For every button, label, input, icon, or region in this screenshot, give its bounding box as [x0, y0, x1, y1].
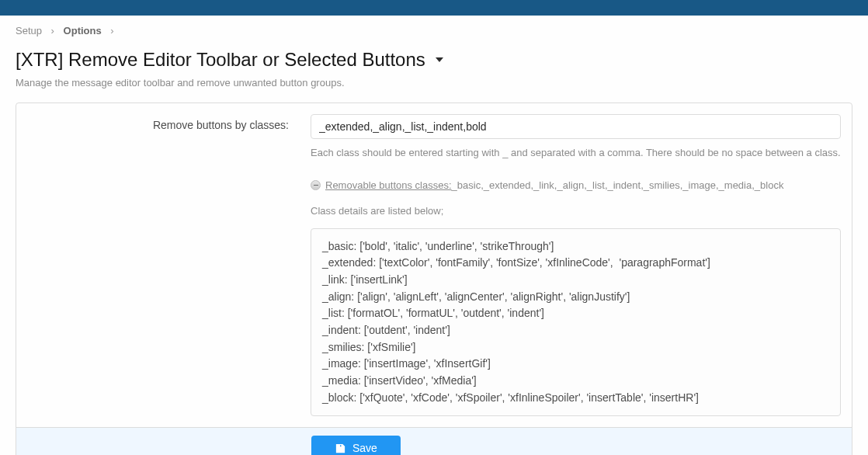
save-icon	[335, 443, 346, 454]
minus-circle-icon	[311, 180, 321, 190]
class-details-box: _basic: ['bold', 'italic', 'underline', …	[311, 228, 841, 417]
form-row-remove-classes: Remove buttons by classes: Each class sh…	[16, 103, 852, 427]
field-hint-details-below: Class details are listed below;	[311, 203, 841, 219]
form-footer: Save	[16, 427, 852, 455]
breadcrumb-item-setup[interactable]: Setup	[16, 25, 42, 36]
save-button-label: Save	[352, 442, 377, 454]
chevron-right-icon: ›	[110, 25, 113, 36]
field-hint-syntax: Each class should be entered starting wi…	[311, 145, 841, 161]
breadcrumb-item-options[interactable]: Options	[64, 25, 102, 36]
svg-rect-0	[340, 445, 341, 446]
page-title-text: [XTR] Remove Editor Toolbar or Selected …	[16, 49, 425, 71]
options-block: Remove buttons by classes: Each class sh…	[16, 102, 852, 455]
removable-classes-label: Removable buttons classes:	[325, 178, 452, 193]
breadcrumb: Setup › Options ›	[16, 25, 852, 36]
field-label: Remove buttons by classes:	[16, 114, 300, 427]
removable-classes-line: Removable buttons classes: _basic,_exten…	[311, 178, 783, 193]
caret-down-icon	[433, 54, 446, 66]
save-button[interactable]: Save	[311, 436, 401, 455]
top-app-bar	[0, 0, 868, 16]
page-title[interactable]: [XTR] Remove Editor Toolbar or Selected …	[16, 49, 852, 71]
page-subtitle: Manage the message editor toolbar and re…	[16, 77, 852, 89]
chevron-right-icon: ›	[51, 25, 54, 36]
remove-classes-input[interactable]	[311, 114, 841, 139]
removable-classes-list: _basic,_extended,_link,_align,_list,_ind…	[452, 178, 784, 193]
